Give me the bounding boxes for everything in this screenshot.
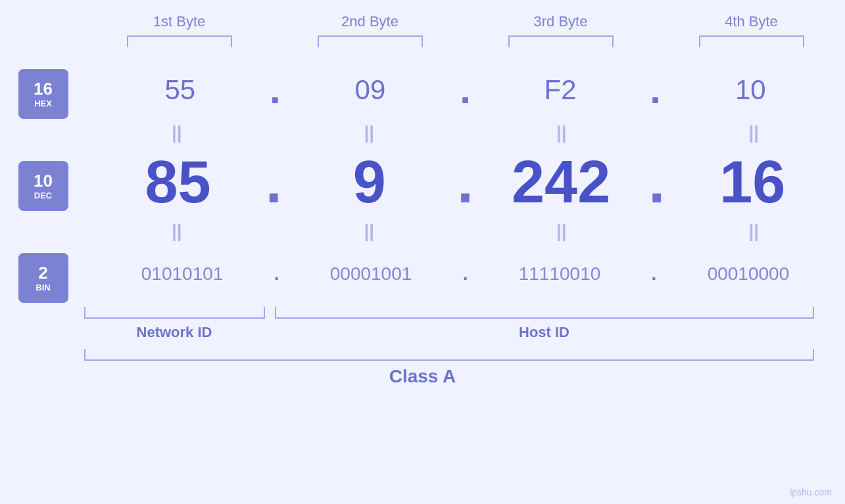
dec-val-3: 242: [512, 149, 610, 216]
eq1-2: ||: [364, 122, 374, 143]
net-id-bracket: [84, 307, 265, 319]
id-labels: Network ID Host ID: [84, 324, 814, 341]
hex-val-2: 09: [355, 74, 386, 106]
dec-badge-label: DEC: [34, 191, 52, 200]
watermark: ipshu.com: [790, 487, 832, 497]
bracket-top-1: [127, 35, 232, 47]
class-a-bracket: [84, 349, 814, 361]
bin-cell-1: 01010101: [94, 263, 271, 285]
hex-val-1: 55: [164, 74, 195, 106]
dec-badge-num: 10: [34, 172, 53, 191]
hex-row: 55 . 09 . F2 . 10: [94, 60, 837, 120]
hex-badge-label: HEX: [34, 99, 52, 108]
host-id-label: Host ID: [275, 324, 814, 341]
bin-dot-2: .: [463, 265, 468, 283]
bracket-top-4: [699, 35, 804, 47]
hex-val-4: 10: [735, 74, 766, 106]
byte-label-4: 4th Byte: [725, 13, 778, 30]
bottom-brackets: [84, 307, 814, 319]
network-id-label: Network ID: [84, 324, 265, 341]
class-a-label: Class A: [9, 366, 837, 387]
hex-cell-3: F2: [474, 74, 647, 106]
dec-val-1: 85: [145, 149, 211, 216]
gap-label: [265, 324, 275, 341]
bin-dot-1: .: [274, 265, 279, 283]
eq2-2: ||: [364, 221, 374, 242]
eq2-cell-4: ||: [671, 221, 837, 242]
eq2-cell-3: ||: [479, 221, 645, 242]
bin-row: 01010101 . 00001001 . 11110010 . 0001000…: [94, 244, 837, 304]
hex-cell-4: 10: [664, 74, 837, 106]
dec-cell-2: 9: [285, 149, 454, 216]
equals-row-2: || || || ||: [94, 218, 837, 244]
eq2-4: ||: [748, 221, 759, 242]
byte-col-4: 4th Byte: [676, 13, 827, 47]
dec-dot-1: .: [266, 152, 282, 212]
bottom-area: Network ID Host ID: [9, 307, 837, 341]
hex-dot-3: .: [650, 70, 661, 110]
bin-cell-2: 00001001: [282, 263, 459, 285]
byte-col-3: 3rd Byte: [485, 13, 637, 47]
byte-label-1: 1st Byte: [153, 13, 205, 30]
hex-badge-num: 16: [34, 80, 53, 99]
bin-badge-label: BIN: [36, 283, 50, 292]
eq2-3: ||: [556, 221, 567, 242]
eq1-cell-3: ||: [479, 122, 645, 143]
dec-cell-1: 85: [94, 149, 262, 216]
eq1-4: ||: [748, 122, 759, 143]
dec-val-4: 16: [719, 149, 785, 216]
eq2-cell-2: ||: [286, 221, 452, 242]
gap-bracket: [265, 307, 275, 319]
byte-label-2: 2nd Byte: [341, 13, 398, 30]
badges-col: 16 HEX 10 DEC 2 BIN: [9, 54, 94, 304]
bin-val-2: 00001001: [330, 263, 412, 285]
dec-cell-4: 16: [668, 149, 836, 216]
bin-badge-num: 2: [38, 263, 47, 283]
dec-badge: 10 DEC: [18, 161, 68, 211]
bin-cell-4: 00010000: [660, 263, 836, 285]
hex-badge: 16 HEX: [18, 69, 68, 119]
hex-cell-1: 55: [94, 74, 267, 106]
eq1-1: ||: [172, 122, 182, 143]
dec-val-2: 9: [353, 149, 386, 216]
eq2-1: ||: [172, 221, 182, 242]
bin-val-4: 00010000: [708, 263, 790, 285]
dec-dot-3: .: [648, 152, 665, 212]
host-id-bracket: [275, 307, 814, 319]
bracket-top-2: [318, 35, 423, 47]
main-area: 16 HEX 10 DEC 2 BIN 55 .: [9, 54, 837, 304]
bin-dot-3: .: [652, 265, 657, 283]
hex-dot-2: .: [460, 70, 471, 110]
byte-label-3: 3rd Byte: [534, 13, 588, 30]
class-a-area: Class A: [9, 349, 837, 387]
eq1-cell-2: ||: [286, 122, 452, 143]
eq1-cell-1: ||: [94, 122, 260, 143]
byte-col-1: 1st Byte: [104, 13, 255, 47]
dec-row: 85 . 9 . 242 . 16: [94, 146, 837, 218]
hex-val-3: F2: [544, 74, 577, 106]
values-area: 55 . 09 . F2 . 10 ||: [94, 54, 837, 304]
bin-val-1: 01010101: [141, 263, 224, 285]
eq1-3: ||: [556, 122, 567, 143]
byte-labels-row: 1st Byte 2nd Byte 3rd Byte 4th Byte: [104, 13, 827, 47]
main-container: 1st Byte 2nd Byte 3rd Byte 4th Byte 16 H…: [0, 0, 845, 504]
bin-badge: 2 BIN: [18, 253, 68, 303]
dec-cell-3: 242: [477, 149, 645, 216]
hex-dot-1: .: [270, 70, 281, 110]
bin-cell-3: 11110010: [471, 263, 648, 285]
eq1-cell-4: ||: [671, 122, 837, 143]
byte-col-2: 2nd Byte: [295, 13, 446, 47]
equals-row-1: || || || ||: [94, 120, 837, 146]
bin-val-3: 11110010: [519, 263, 601, 285]
bracket-top-3: [508, 35, 614, 47]
eq2-cell-1: ||: [94, 221, 260, 242]
dec-dot-2: .: [457, 152, 473, 212]
hex-cell-2: 09: [284, 74, 457, 106]
